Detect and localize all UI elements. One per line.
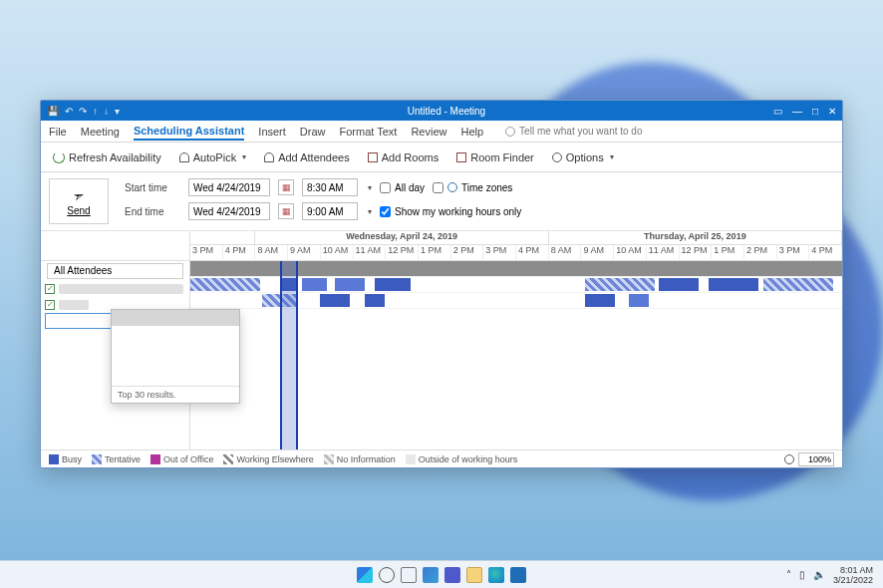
tray-chevron-icon[interactable]: ˄ [786,569,791,580]
options-button[interactable]: Options▾ [548,149,618,165]
suggestions-footer: Top 30 results. [112,386,239,403]
tab-review[interactable]: Review [411,124,446,140]
end-date-picker-icon[interactable]: ▦ [278,203,294,219]
close-button[interactable]: ✕ [828,106,836,117]
task-view-icon[interactable] [401,567,417,583]
add-attendees-button[interactable]: Add Attendees [260,149,354,165]
timeline[interactable]: Wednesday, April 24, 2019Thursday, April… [190,231,842,449]
tab-draw[interactable]: Draw [300,124,326,140]
edge-icon[interactable] [488,567,504,583]
qat-save-icon[interactable]: 💾 [47,106,59,117]
refresh-icon [53,151,65,163]
start-time-input[interactable]: 8:30 AM [302,178,358,196]
hour-header: 12 PM [386,245,419,260]
person-icon [264,152,274,162]
clock[interactable]: 8:01 AM 3/21/2022 [833,565,873,585]
hour-header: 11 AM [354,245,387,260]
legend: Busy Tentative Out of Office Working Els… [41,449,842,467]
suggestion-item[interactable] [112,310,239,326]
tray-volume-icon[interactable]: 🔈 [813,569,825,580]
day-header: Wednesday, April 24, 2019 [255,231,548,245]
check-icon: ✓ [45,300,55,310]
legend-outside-icon [406,454,416,464]
day-header [190,231,255,245]
attendee-row[interactable]: ✓ [41,281,189,297]
chat-icon[interactable] [444,567,460,583]
attendee-suggestions-popup[interactable]: Top 30 results. [111,309,240,404]
hour-header: 8 AM [255,245,288,260]
windows-taskbar: ˄ ▯ 🔈 8:01 AM 3/21/2022 [0,560,883,588]
tab-format-text[interactable]: Format Text [340,124,398,140]
title-bar: 💾 ↶ ↷ ↑ ↓ ▾ Untitled - Meeting ▭ — □ ✕ [41,101,842,121]
working-hours-checkbox[interactable]: Show my working hours only [380,206,521,217]
start-date-picker-icon[interactable]: ▦ [278,179,294,195]
hour-header: 3 PM [777,245,810,260]
minimize-button[interactable]: — [792,106,802,117]
hour-header: 2 PM [744,245,777,260]
qat-more-icon[interactable]: ▾ [115,106,120,117]
hour-header: 3 PM [190,245,223,260]
end-date-input[interactable]: Wed 4/24/2019 [188,202,270,220]
qat-redo-icon[interactable]: ↷ [79,106,87,117]
file-explorer-icon[interactable] [466,567,482,583]
check-icon: ✓ [45,284,55,294]
legend-busy-icon [49,454,59,464]
hour-header: 11 AM [647,245,680,260]
add-rooms-button[interactable]: Add Rooms [364,149,442,165]
qat-undo-icon[interactable]: ↶ [65,106,73,117]
room-icon [368,152,378,162]
day-header: Thursday, April 25, 2019 [549,231,842,245]
legend-oof-icon [150,454,160,464]
hour-header: 8 AM [549,245,582,260]
tab-help[interactable]: Help [460,124,483,140]
maximize-button[interactable]: □ [812,106,818,117]
hour-header: 4 PM [223,245,256,260]
hour-header: 10 AM [321,245,354,260]
tab-file[interactable]: File [49,124,67,140]
legend-tentative-icon [92,454,102,464]
autopick-icon [179,152,189,162]
send-icon: ➣ [71,185,88,204]
tell-me-search[interactable]: Tell me what you want to do [505,126,642,137]
end-time-label: End time [125,206,180,217]
hour-header: 1 PM [712,245,744,260]
qat-up-icon[interactable]: ↑ [93,106,98,117]
refresh-availability-button[interactable]: Refresh Availability [49,149,165,165]
autopick-button[interactable]: AutoPick▾ [175,149,250,165]
qat-down-icon[interactable]: ↓ [104,106,109,117]
hour-header: 12 PM [680,245,713,260]
end-time-input[interactable]: 9:00 AM [302,202,358,220]
all-day-checkbox[interactable]: All day [380,182,425,193]
ribbon-display-icon[interactable]: ▭ [773,106,782,117]
globe-icon [447,182,457,192]
hour-header: 10 AM [614,245,647,260]
hour-header: 1 PM [419,245,451,260]
hour-header: 3 PM [483,245,516,260]
room-finder-button[interactable]: Room Finder [452,149,538,165]
hour-header: 2 PM [451,245,484,260]
send-button[interactable]: ➣ Send [49,178,109,224]
store-icon[interactable] [510,567,526,583]
tab-insert[interactable]: Insert [258,124,286,140]
zoom-input[interactable] [798,452,834,466]
taskbar-search-icon[interactable] [379,567,395,583]
all-attendees-header[interactable]: All Attendees [47,263,183,279]
widgets-icon[interactable] [423,567,439,583]
outlook-meeting-window: 💾 ↶ ↷ ↑ ↓ ▾ Untitled - Meeting ▭ — □ ✕ F… [40,100,843,468]
ribbon-actions: Refresh Availability AutoPick▾ Add Atten… [41,143,842,172]
tab-scheduling-assistant[interactable]: Scheduling Assistant [134,123,244,141]
start-date-input[interactable]: Wed 4/24/2019 [188,178,270,196]
legend-elsewhere-icon [223,454,233,464]
zoom-icon[interactable] [784,454,794,464]
hour-header: 9 AM [581,245,614,260]
tab-meeting[interactable]: Meeting [81,124,120,140]
window-title: Untitled - Meeting [126,106,767,117]
start-time-label: Start time [125,182,180,193]
tray-network-icon[interactable]: ▯ [799,569,805,580]
legend-noinfo-icon [324,454,334,464]
scheduling-grid: All Attendees ✓ ✓ Wednesday, April 24, 2… [41,231,842,449]
room-finder-icon [456,152,466,162]
meeting-selection[interactable] [280,261,298,449]
start-button[interactable] [357,567,373,583]
time-zones-checkbox[interactable]: Time zones [433,182,512,193]
